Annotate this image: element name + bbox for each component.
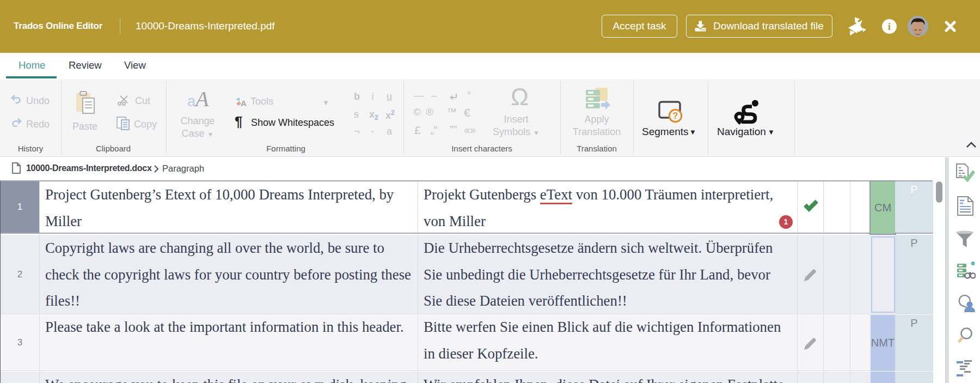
svg-text:?: ? <box>673 111 678 120</box>
svg-text:A: A <box>241 99 247 108</box>
